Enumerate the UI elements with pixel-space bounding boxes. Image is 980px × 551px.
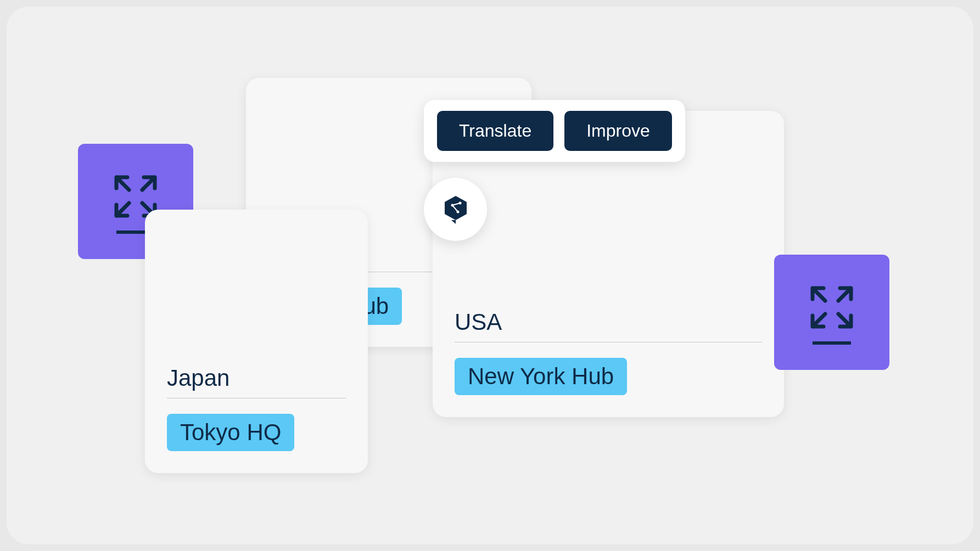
chat-badge[interactable] (424, 178, 487, 241)
action-toolbar: Translate Improve (424, 100, 685, 162)
expand-underline (813, 341, 851, 345)
expand-arrows-icon (804, 280, 859, 335)
expand-icon-right (774, 255, 889, 370)
translate-button[interactable]: Translate (437, 111, 553, 151)
country-label-usa: USA (455, 309, 762, 342)
canvas: Germany Berlin Hub Japan Tokyo HQ USA Ne… (7, 7, 973, 544)
country-label-japan: Japan (167, 365, 346, 398)
card-japan: Japan Tokyo HQ (145, 210, 368, 473)
hub-tag-japan[interactable]: Tokyo HQ (167, 414, 294, 451)
chat-hexagon-icon (439, 193, 472, 226)
improve-button[interactable]: Improve (564, 111, 672, 151)
hub-tag-usa[interactable]: New York Hub (455, 358, 627, 395)
